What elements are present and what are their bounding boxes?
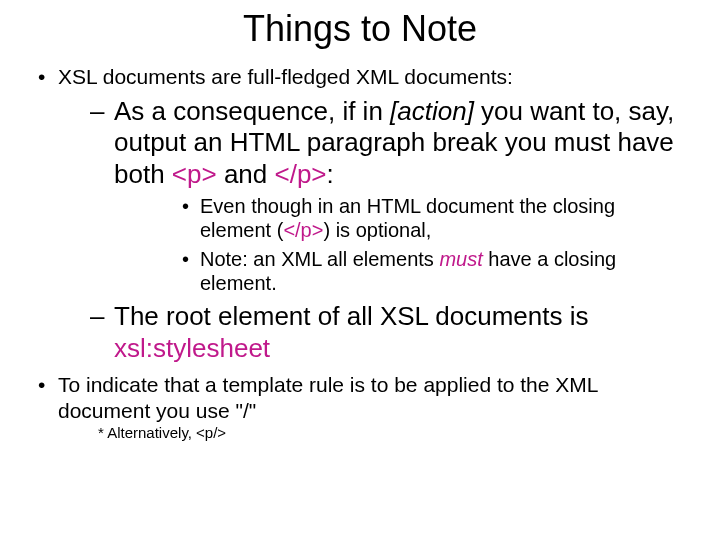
b11-close-p: </p> bbox=[274, 159, 326, 189]
b12-xsl: xsl:stylesheet bbox=[114, 333, 270, 363]
slide-title: Things to Note bbox=[30, 8, 690, 50]
b11-open-p: <p> bbox=[172, 159, 217, 189]
bullet-1-1-sublist: Even though in an HTML document the clos… bbox=[114, 194, 690, 296]
b112-a: Note: an XML all elements bbox=[200, 248, 439, 270]
bullet-1-1-1: Even though in an HTML document the clos… bbox=[114, 194, 690, 243]
bullet-1: XSL documents are full-fledged XML docum… bbox=[30, 64, 690, 364]
b12-a: The root element of all XSL documents is bbox=[114, 301, 589, 331]
bullet-list: XSL documents are full-fledged XML docum… bbox=[30, 64, 690, 443]
b112-must: must bbox=[439, 248, 482, 270]
slide: Things to Note XSL documents are full-fl… bbox=[0, 0, 720, 540]
b11-and: and bbox=[217, 159, 275, 189]
bullet-2-text: To indicate that a template rule is to b… bbox=[58, 373, 598, 422]
b11-a: As a consequence, if in bbox=[114, 96, 390, 126]
bullet-1-text: XSL documents are full-fledged XML docum… bbox=[58, 65, 513, 88]
bullet-2: To indicate that a template rule is to b… bbox=[30, 372, 690, 443]
bullet-1-1: As a consequence, if in [action] you wan… bbox=[58, 96, 690, 295]
footnote: * Alternatively, <p/> bbox=[58, 424, 690, 443]
bullet-1-2: The root element of all XSL documents is… bbox=[58, 301, 690, 363]
b11-action: [action] bbox=[390, 96, 474, 126]
b111-b: ) is optional, bbox=[323, 219, 431, 241]
bullet-1-sublist: As a consequence, if in [action] you wan… bbox=[58, 96, 690, 364]
b11-colon: : bbox=[327, 159, 334, 189]
bullet-1-1-2: Note: an XML all elements must have a cl… bbox=[114, 247, 690, 296]
b111-cp: </p> bbox=[283, 219, 323, 241]
